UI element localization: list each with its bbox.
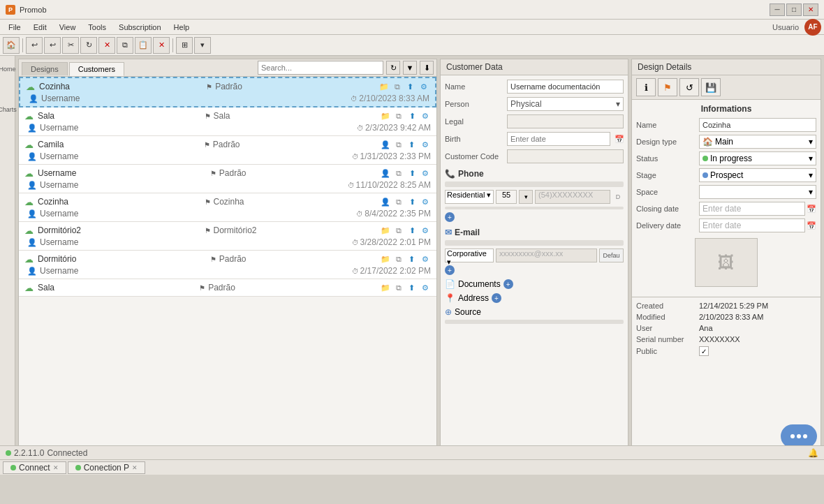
- toolbar-grid-btn[interactable]: ⊞: [176, 37, 193, 54]
- add-address-btn[interactable]: +: [492, 293, 501, 303]
- menu-help[interactable]: Help: [168, 22, 196, 33]
- bottom-tab-conection-p[interactable]: Conection P ✕: [68, 461, 145, 474]
- menu-view[interactable]: View: [54, 22, 82, 33]
- calendar-icon[interactable]: 📅: [615, 135, 624, 144]
- copy-icon[interactable]: ⧉: [393, 253, 404, 265]
- phone-input[interactable]: (54)XXXXXXXX: [535, 190, 610, 204]
- delivery-calendar-icon[interactable]: 📅: [807, 221, 816, 230]
- export-icon[interactable]: ⬆: [406, 253, 418, 265]
- refresh-btn[interactable]: ↻: [386, 61, 400, 75]
- delivery-date-input[interactable]: Enter date: [699, 218, 805, 232]
- bottom-tab-connect[interactable]: Connect ✕: [3, 461, 66, 474]
- settings-icon[interactable]: ⚙: [420, 282, 431, 293]
- rp-filter-btn[interactable]: ⚑: [658, 78, 677, 96]
- info-status-select[interactable]: In progress ▾: [699, 151, 816, 165]
- toolbar-x-btn[interactable]: ✕: [98, 37, 115, 54]
- toolbar-dropdown-btn[interactable]: ▾: [194, 37, 211, 54]
- toolbar-refresh-btn[interactable]: ↻: [80, 37, 97, 54]
- phone-area[interactable]: ▾: [519, 190, 533, 204]
- toolbar-paste-btn[interactable]: 📋: [135, 37, 152, 54]
- settings-icon[interactable]: ⚙: [420, 168, 431, 179]
- list-item[interactable]: ☁ Cozinha ⚑ Cozinha 👤 ⧉ ⬆ ⚙: [19, 193, 436, 222]
- connect-close-icon[interactable]: ✕: [53, 464, 59, 471]
- source-section-header[interactable]: ⊕ Source: [445, 307, 624, 317]
- list-item[interactable]: ☁ Sala ⚑ Sala 📁 ⧉ ⬆ ⚙: [19, 108, 436, 136]
- person-icon[interactable]: 👤: [380, 168, 391, 179]
- menu-file[interactable]: File: [3, 22, 27, 33]
- export-icon[interactable]: ⬆: [405, 81, 416, 92]
- folder-icon[interactable]: 📁: [380, 282, 391, 293]
- tab-designs[interactable]: Designs: [22, 62, 68, 75]
- copy-icon[interactable]: ⧉: [393, 139, 404, 150]
- export-icon[interactable]: ⬆: [406, 282, 418, 293]
- copy-icon[interactable]: ⧉: [393, 282, 404, 293]
- info-space-select[interactable]: ▾: [699, 185, 816, 199]
- settings-icon[interactable]: ⚙: [420, 253, 431, 265]
- export-btn[interactable]: ⬇: [420, 61, 434, 75]
- list-item[interactable]: ☁ Username ⚑ Padrão 👤 ⧉ ⬆ ⚙: [19, 165, 436, 193]
- menu-edit[interactable]: Edit: [28, 22, 52, 33]
- sidebar-charts-icon[interactable]: Charts: [1, 103, 14, 116]
- folder-icon[interactable]: 📁: [380, 110, 391, 121]
- list-item[interactable]: ☁ Sala ⚑ Padrão 📁 ⧉ ⬆ ⚙: [19, 279, 436, 297]
- documents-section-header[interactable]: 📄 Documents +: [445, 279, 624, 289]
- search-input[interactable]: [258, 61, 383, 75]
- meta-public-checkbox[interactable]: ✓: [699, 346, 709, 356]
- copy-icon[interactable]: ⧉: [393, 196, 404, 207]
- list-item[interactable]: ☁ Cozinha ⚑ Padrão 📁 ⧉ ⬆ ⚙: [19, 77, 436, 108]
- minimize-button[interactable]: ─: [770, 3, 785, 16]
- person-icon[interactable]: 👤: [380, 139, 391, 150]
- toolbar-undo-btn[interactable]: ↩: [26, 37, 43, 54]
- close-button[interactable]: ✕: [803, 3, 818, 16]
- email-type-select[interactable]: Corporative ▾: [445, 249, 494, 262]
- add-documents-btn[interactable]: +: [503, 279, 513, 289]
- export-icon[interactable]: ⬆: [406, 168, 418, 179]
- toolbar-x2-btn[interactable]: ✕: [153, 37, 170, 54]
- address-section-header[interactable]: 📍 Address +: [445, 293, 624, 303]
- export-icon[interactable]: ⬆: [406, 225, 418, 236]
- folder-icon[interactable]: 📁: [380, 253, 391, 265]
- list-item[interactable]: ☁ Camila ⚑ Padrão 👤 ⧉ ⬆ ⚙: [19, 136, 436, 165]
- menu-subscription[interactable]: Subscription: [113, 22, 167, 33]
- filter-btn[interactable]: ▼: [403, 61, 417, 75]
- copy-icon[interactable]: ⧉: [393, 225, 404, 236]
- menu-tools[interactable]: Tools: [82, 22, 112, 33]
- email-input[interactable]: xxxxxxxxx@xxx.xx: [496, 249, 597, 262]
- list-item[interactable]: ☁ Dormitório ⚑ Padrão 📁 ⧉ ⬆ ⚙: [19, 251, 436, 279]
- info-stage-select[interactable]: Prospect ▾: [699, 168, 816, 182]
- chat-button[interactable]: [781, 424, 817, 448]
- tab-customers[interactable]: Customers: [69, 62, 124, 76]
- rp-history-btn[interactable]: ↺: [679, 78, 699, 96]
- settings-icon[interactable]: ⚙: [418, 81, 429, 92]
- toolbar-cut-btn[interactable]: ✂: [62, 37, 79, 54]
- settings-icon[interactable]: ⚙: [420, 196, 431, 207]
- copy-icon[interactable]: ⧉: [393, 110, 404, 121]
- export-icon[interactable]: ⬆: [406, 110, 418, 121]
- add-email-btn[interactable]: +: [445, 265, 455, 275]
- phone-type-select[interactable]: Residential ▾: [445, 190, 494, 204]
- toolbar-copy-btn[interactable]: ⧉: [117, 37, 133, 54]
- rp-info-btn[interactable]: ℹ: [636, 78, 656, 96]
- settings-icon[interactable]: ⚙: [420, 110, 431, 121]
- copy-icon[interactable]: ⧉: [392, 81, 403, 92]
- export-icon[interactable]: ⬆: [406, 139, 418, 150]
- birth-input[interactable]: [507, 132, 610, 146]
- settings-icon[interactable]: ⚙: [420, 225, 431, 236]
- bell-icon[interactable]: 🔔: [808, 448, 818, 458]
- maximize-button[interactable]: □: [786, 3, 802, 16]
- folder-icon[interactable]: 📁: [378, 81, 390, 92]
- toolbar-undo2-btn[interactable]: ↩: [44, 37, 61, 54]
- export-icon[interactable]: ⬆: [406, 196, 418, 207]
- closing-date-input[interactable]: Enter date: [699, 202, 805, 216]
- toolbar-home-btn[interactable]: 🏠: [3, 37, 20, 54]
- rp-save-btn[interactable]: 💾: [701, 78, 721, 96]
- sidebar-home-icon[interactable]: Home: [1, 63, 14, 75]
- conection-p-close-icon[interactable]: ✕: [132, 464, 138, 471]
- list-item[interactable]: ☁ Dormitório2 ⚑ Dormitório2 📁 ⧉ ⬆ ⚙: [19, 222, 436, 251]
- closing-calendar-icon[interactable]: 📅: [807, 205, 816, 214]
- copy-icon[interactable]: ⧉: [393, 168, 404, 179]
- folder-icon[interactable]: 📁: [380, 225, 391, 236]
- info-type-select[interactable]: 🏠 Main ▾: [699, 135, 816, 149]
- settings-icon[interactable]: ⚙: [420, 139, 431, 150]
- person-select[interactable]: Physical ▾: [507, 97, 624, 111]
